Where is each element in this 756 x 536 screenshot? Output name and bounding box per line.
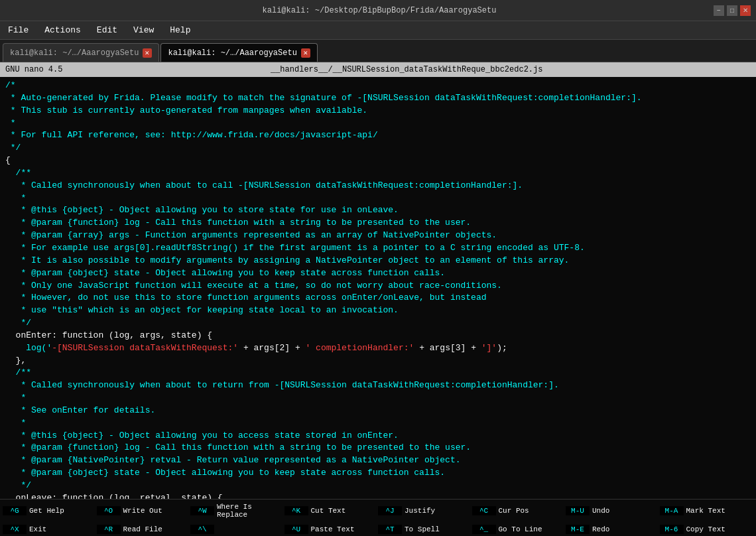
editor-line: /** xyxy=(5,367,751,379)
menu-bar: FileActionsEditViewHelp xyxy=(0,21,756,40)
shortcut-label: Write Out xyxy=(121,506,165,515)
editor-line: * xyxy=(5,192,751,205)
editor-line: * For example use args[0].readUtf8String… xyxy=(5,242,751,255)
editor-line: onEnter: function (log, args, state) { xyxy=(5,330,751,342)
shortcut-item: ^RRead File xyxy=(97,521,191,536)
editor-line: * xyxy=(5,417,751,430)
shortcut-key: ^G xyxy=(3,506,27,515)
shortcut-key: M-E xyxy=(566,525,590,534)
tab-label: kali@kali: ~/…/AaarogyaSetu xyxy=(10,48,139,58)
nano-filename: __handlers__/__NSURLSession_dataTaskWith… xyxy=(271,65,542,74)
editor-line: { xyxy=(5,155,751,167)
window-title: kali@kali: ~/Desktop/BipBupBop/Frida/Aaa… xyxy=(45,6,714,15)
shortcut-key: ^O xyxy=(97,506,121,515)
editor-line: * xyxy=(5,117,751,130)
shortcut-label: Paste Text xyxy=(308,525,357,534)
menu-item-edit[interactable]: Edit xyxy=(94,24,120,36)
shortcut-label: Redo xyxy=(590,525,612,534)
editor-line: */ xyxy=(5,480,751,492)
editor-line: */ xyxy=(5,142,751,155)
shortcut-key: ^R xyxy=(97,525,121,534)
shortcut-item: M-6Copy Text xyxy=(660,521,754,536)
tab-bar: kali@kali: ~/…/AaarogyaSetu✕kali@kali: ~… xyxy=(0,40,756,62)
menu-item-actions[interactable]: Actions xyxy=(42,24,84,36)
editor-line: }, xyxy=(5,355,751,368)
shortcut-key: M-A xyxy=(660,506,684,515)
shortcut-row-1: ^GGet Help^OWrite Out^WWhere Is Replace^… xyxy=(3,502,753,519)
editor-line: * @this {object} - Object allowing you t… xyxy=(5,430,751,442)
tab-close-button[interactable]: ✕ xyxy=(143,48,152,58)
editor-line: /** xyxy=(5,167,751,180)
editor-line: * @param {NativePointer} retval - Return… xyxy=(5,454,751,467)
shortcut-item: ^WWhere Is Replace xyxy=(190,503,284,519)
shortcut-item: M-AMark Text xyxy=(660,503,754,519)
tab-tab2[interactable]: kali@kali: ~/…/AaarogyaSetu✕ xyxy=(160,43,317,62)
close-button[interactable]: ✕ xyxy=(740,5,751,16)
tab-close-button[interactable]: ✕ xyxy=(301,48,310,58)
shortcut-label: To Spell xyxy=(402,525,442,534)
shortcut-key: ^_ xyxy=(472,525,496,534)
shortcut-key: ^X xyxy=(3,525,27,534)
shortcut-item: ^GGet Help xyxy=(3,503,97,519)
title-bar: kali@kali: ~/Desktop/BipBupBop/Frida/Aaa… xyxy=(0,0,756,21)
shortcut-item: ^OWrite Out xyxy=(97,503,191,519)
window-controls[interactable]: − □ ✕ xyxy=(714,5,751,16)
editor-line: */ xyxy=(5,317,751,330)
shortcut-label xyxy=(214,529,220,530)
shortcut-label: Go To Line xyxy=(496,525,545,534)
shortcut-item: ^TTo Spell xyxy=(378,521,472,536)
shortcut-label: Undo xyxy=(590,506,612,515)
editor-area[interactable]: /* * Auto-generated by Frida. Please mod… xyxy=(0,77,756,499)
editor-line: * @param {object} state - Object allowin… xyxy=(5,467,751,480)
shortcut-key: ^\ xyxy=(190,525,214,534)
editor-line: * See onEnter for details. xyxy=(5,405,751,417)
editor-line: * It is also possible to modify argument… xyxy=(5,255,751,267)
tab-label: kali@kali: ~/…/AaarogyaSetu xyxy=(168,48,296,58)
shortcut-label: Cut Text xyxy=(308,506,349,515)
menu-item-view[interactable]: View xyxy=(131,24,157,36)
tab-tab1[interactable]: kali@kali: ~/…/AaarogyaSetu✕ xyxy=(3,43,159,62)
shortcut-label: Cur Pos xyxy=(496,506,532,515)
minimize-button[interactable]: − xyxy=(714,5,724,16)
shortcut-key: ^J xyxy=(378,506,402,515)
shortcut-key: ^W xyxy=(190,506,214,515)
shortcut-label: Exit xyxy=(27,525,49,534)
editor-line: * For full API reference, see: http://ww… xyxy=(5,129,751,142)
editor-line: * Called synchronously when about to cal… xyxy=(5,180,751,192)
editor-line: onLeave: function (log, retval, state) { xyxy=(5,492,751,499)
editor-line: * use "this" which is an object for keep… xyxy=(5,304,751,317)
shortcut-item: ^KCut Text xyxy=(284,503,379,519)
shortcut-label: Where Is Replace xyxy=(214,502,284,519)
menu-item-file[interactable]: File xyxy=(5,24,31,36)
shortcut-label: Justify xyxy=(402,506,438,515)
shortcut-row-2: ^XExit^RRead File^\^UPaste Text^TTo Spel… xyxy=(3,521,753,536)
shortcut-key: ^C xyxy=(472,506,496,515)
editor-line: * @param {array} args - Function argumen… xyxy=(5,230,751,242)
shortcut-label: Copy Text xyxy=(684,525,728,534)
editor-line: * xyxy=(5,392,751,405)
shortcut-key: M-U xyxy=(566,506,590,515)
editor-line: * @param {function} log - Call this func… xyxy=(5,442,751,454)
shortcut-bar: ^GGet Help^OWrite Out^WWhere Is Replace^… xyxy=(0,499,756,536)
editor-line: * Only one JavaScript function will exec… xyxy=(5,280,751,293)
nano-version: GNU nano 4.5 xyxy=(5,65,62,74)
shortcut-key: ^T xyxy=(378,525,402,534)
shortcut-item: ^XExit xyxy=(3,521,97,536)
editor-line: * However, do not use this to store func… xyxy=(5,292,751,304)
shortcut-key: ^K xyxy=(284,506,308,515)
editor-line: log('-[NSURLSession dataTaskWithRequest:… xyxy=(5,342,751,355)
shortcut-item: ^UPaste Text xyxy=(284,521,379,536)
editor-line: * @param {function} log - Call this func… xyxy=(5,217,751,230)
shortcut-label: Get Help xyxy=(27,506,67,515)
menu-item-help[interactable]: Help xyxy=(167,24,193,36)
maximize-button[interactable]: □ xyxy=(727,5,737,16)
shortcut-item: ^JJustify xyxy=(378,503,472,519)
shortcut-key: ^U xyxy=(284,525,308,534)
editor-line: /* xyxy=(5,80,751,92)
editor-line: * @this {object} - Object allowing you t… xyxy=(5,204,751,217)
shortcut-item: M-ERedo xyxy=(566,521,660,536)
editor-line: * @param {object} state - Object allowin… xyxy=(5,267,751,280)
shortcut-item: ^\ xyxy=(190,521,284,536)
shortcut-label: Read File xyxy=(121,525,165,534)
shortcut-key: M-6 xyxy=(660,525,684,534)
